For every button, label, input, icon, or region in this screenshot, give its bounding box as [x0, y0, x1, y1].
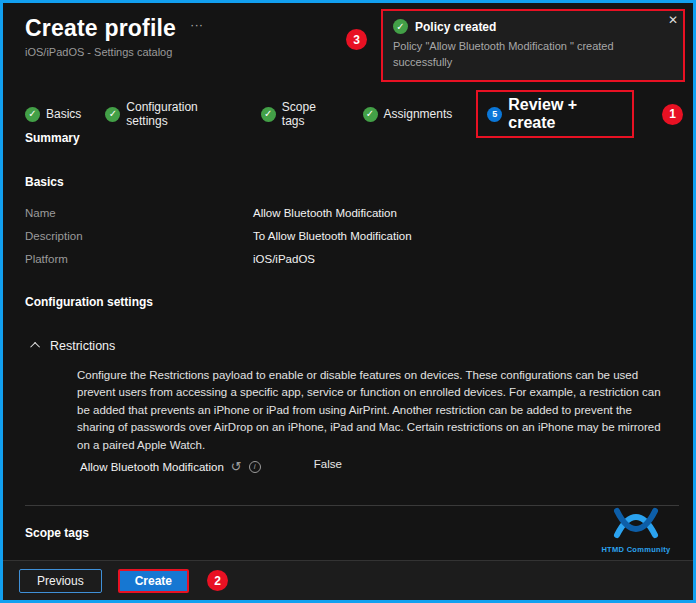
- toast-close-icon[interactable]: ✕: [668, 13, 678, 27]
- policy-created-toast: ✓ Policy created Policy "Allow Bluetooth…: [381, 9, 685, 82]
- restrictions-title: Restrictions: [50, 339, 115, 353]
- footer-bar: Previous Create 2: [3, 560, 693, 600]
- tab-basics[interactable]: ✓ Basics: [25, 107, 81, 122]
- row-label: Description: [25, 230, 253, 242]
- scope-tags-heading: Scope tags: [25, 526, 679, 540]
- toast-message: Policy "Allow Bluetooth Modification " c…: [393, 39, 661, 71]
- summary-heading: Summary: [25, 131, 679, 145]
- row-label: Name: [25, 207, 253, 219]
- tab-scope-tags[interactable]: ✓ Scope tags: [261, 100, 339, 128]
- page-title: Create profile: [25, 15, 176, 42]
- row-value: To Allow Bluetooth Modification: [253, 230, 679, 242]
- basics-table: Name Allow Bluetooth Modification Descri…: [25, 207, 679, 265]
- annotation-badge-2: 2: [207, 570, 228, 591]
- restrictions-description: Configure the Restrictions payload to en…: [77, 367, 669, 454]
- previous-button[interactable]: Previous: [19, 569, 102, 593]
- info-icon[interactable]: i: [249, 461, 261, 473]
- section-divider: [25, 505, 679, 506]
- page-header: Create profile ··· iOS/iPadOS - Settings…: [25, 15, 203, 58]
- toast-title: Policy created: [415, 20, 496, 34]
- row-value: iOS/iPadOS: [253, 253, 679, 265]
- annotation-badge-1: 1: [662, 104, 683, 125]
- tab-configuration-settings[interactable]: ✓ Configuration settings: [105, 100, 236, 128]
- page-subtitle: iOS/iPadOS - Settings catalog: [25, 46, 203, 58]
- annotation-badge-3: 3: [346, 29, 367, 50]
- step-complete-check-icon: ✓: [25, 107, 40, 122]
- setting-label: Allow Bluetooth Modification: [80, 461, 224, 473]
- tab-scope-tags-label: Scope tags: [282, 100, 339, 128]
- htmd-logo-text: HTMD Community: [593, 545, 679, 554]
- htmd-logo-icon: [607, 506, 665, 540]
- setting-value: False: [314, 458, 342, 470]
- step-complete-check-icon: ✓: [105, 107, 120, 122]
- step-number-icon: 5: [487, 107, 502, 122]
- context-menu-ellipsis-icon[interactable]: ···: [190, 17, 203, 32]
- create-profile-page: Create profile ··· iOS/iPadOS - Settings…: [0, 0, 696, 603]
- tab-assignments-label: Assignments: [384, 107, 453, 121]
- tab-basics-label: Basics: [46, 107, 81, 121]
- configuration-settings-heading: Configuration settings: [25, 295, 679, 309]
- tab-assignments[interactable]: ✓ Assignments: [363, 107, 453, 122]
- review-summary: Summary Basics Name Allow Bluetooth Modi…: [25, 125, 679, 558]
- row-value: Allow Bluetooth Modification: [253, 207, 679, 219]
- create-button[interactable]: Create: [118, 569, 189, 593]
- restrictions-collapse-header[interactable]: Restrictions: [33, 339, 115, 353]
- tab-configuration-settings-label: Configuration settings: [126, 100, 236, 128]
- step-complete-check-icon: ✓: [261, 107, 276, 122]
- chevron-up-icon: [30, 342, 40, 352]
- success-check-icon: ✓: [393, 19, 408, 34]
- revert-setting-icon[interactable]: ↺: [231, 460, 242, 473]
- row-label: Platform: [25, 253, 253, 265]
- basics-heading: Basics: [25, 175, 679, 189]
- htmd-community-logo: HTMD Community: [593, 506, 679, 554]
- setting-row: Allow Bluetooth Modification ↺ i False: [80, 460, 679, 473]
- step-complete-check-icon: ✓: [363, 107, 378, 122]
